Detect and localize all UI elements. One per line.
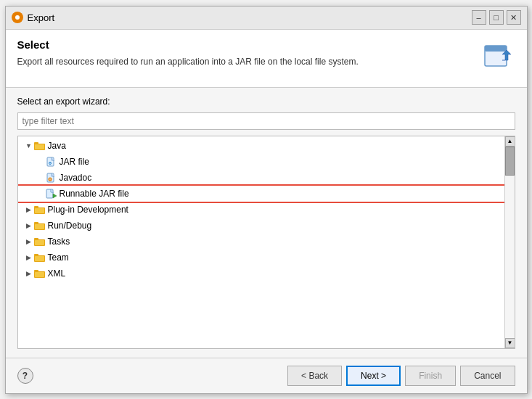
svg-rect-29	[35, 272, 44, 277]
tree-item-rundebug[interactable]: ▶ Run/Debug	[18, 218, 504, 234]
folder-icon-tasks	[34, 236, 46, 247]
tree-label-xml: XML	[48, 268, 66, 279]
expander-plugin[interactable]: ▶	[24, 205, 34, 215]
header-section: Select Export all resources required to …	[6, 30, 527, 88]
svg-rect-20	[35, 224, 44, 229]
expander-tasks[interactable]: ▶	[24, 236, 34, 247]
tree-items: ▼ Java ▶	[18, 136, 504, 283]
tree-item-tasks[interactable]: ▶ Tasks	[18, 234, 504, 250]
folder-icon-rundebug	[34, 221, 46, 231]
help-label: ?	[22, 371, 28, 381]
tree-item-javadoc[interactable]: ▶ Javadoc	[18, 170, 504, 186]
footer-section: ? < Back Next > Finish Cancel	[6, 358, 527, 393]
tree-item-team[interactable]: ▶ Team	[18, 250, 504, 266]
tree-label-jar: JAR file	[60, 157, 89, 167]
header-description: Export all resources required to run an …	[17, 55, 359, 68]
tree-label-javadoc: Javadoc	[60, 173, 92, 183]
minimize-button[interactable]: –	[472, 10, 486, 25]
cancel-button[interactable]: Cancel	[460, 366, 515, 386]
scroll-thumb[interactable]	[505, 147, 515, 176]
dialog-title: Export	[28, 12, 55, 23]
expander-team[interactable]: ▶	[24, 252, 34, 263]
tree-label-rundebug: Run/Debug	[48, 221, 92, 231]
svg-rect-23	[35, 240, 44, 245]
tree-item-java[interactable]: ▼ Java	[18, 138, 504, 154]
page-title: Select	[17, 38, 359, 51]
tree-item-runnable-jar[interactable]: ▶ Runnable JAR file	[18, 186, 504, 202]
tree-item-plugin[interactable]: ▶ Plug-in Development	[18, 202, 504, 218]
svg-marker-14	[53, 194, 57, 198]
tree-item-xml[interactable]: ▶ XML	[18, 266, 504, 281]
svg-rect-26	[35, 256, 44, 261]
tree-label-java: Java	[48, 141, 66, 151]
svg-rect-25	[34, 254, 38, 256]
window-controls: – □ ✕	[472, 10, 521, 25]
help-button[interactable]: ?	[17, 368, 33, 384]
tree-item-jar[interactable]: ▶ JAR file	[18, 154, 504, 170]
export-dialog: Export – □ ✕ Select Export all resources…	[5, 6, 528, 394]
tree-scrollbar[interactable]: ▲ ▼	[504, 136, 515, 348]
folder-icon-java	[34, 141, 46, 151]
tree-label-tasks: Tasks	[48, 236, 70, 247]
folder-icon-plugin	[34, 205, 46, 215]
title-bar: Export – □ ✕	[6, 7, 527, 30]
tree-container: ▼ Java ▶	[17, 136, 515, 349]
svg-rect-17	[35, 208, 44, 213]
close-button[interactable]: ✕	[507, 10, 521, 25]
file-icon-javadoc	[46, 173, 57, 183]
svg-rect-16	[34, 206, 38, 208]
file-icon-jar	[46, 157, 57, 167]
svg-rect-1	[485, 46, 507, 52]
folder-icon-team	[34, 252, 46, 263]
file-icon-runnable-jar	[46, 189, 57, 199]
expander-rundebug[interactable]: ▶	[24, 221, 34, 231]
finish-button[interactable]: Finish	[405, 366, 456, 386]
maximize-button[interactable]: □	[489, 10, 504, 25]
tree-label-plugin: Plug-in Development	[48, 205, 128, 215]
expander-java[interactable]: ▼	[24, 141, 34, 151]
scroll-track	[505, 147, 515, 338]
filter-input[interactable]	[17, 112, 515, 130]
next-button[interactable]: Next >	[346, 366, 401, 386]
svg-rect-28	[34, 270, 38, 272]
svg-rect-19	[34, 222, 38, 224]
expander-xml[interactable]: ▶	[24, 268, 34, 279]
svg-rect-4	[35, 144, 44, 149]
svg-rect-22	[34, 238, 38, 240]
tree-label-team: Team	[48, 252, 69, 263]
svg-rect-3	[34, 142, 38, 144]
export-icon	[480, 38, 515, 73]
scroll-up-button[interactable]: ▲	[505, 136, 515, 147]
back-button[interactable]: < Back	[287, 366, 342, 386]
content-section: Select an export wizard: ▼ Java	[6, 88, 527, 358]
folder-icon-xml	[34, 268, 46, 279]
app-icon	[12, 12, 23, 23]
section-label: Select an export wizard:	[17, 96, 515, 107]
scroll-down-button[interactable]: ▼	[505, 338, 515, 348]
tree-label-runnable-jar: Runnable JAR file	[60, 189, 129, 199]
footer-buttons: < Back Next > Finish Cancel	[287, 366, 515, 386]
